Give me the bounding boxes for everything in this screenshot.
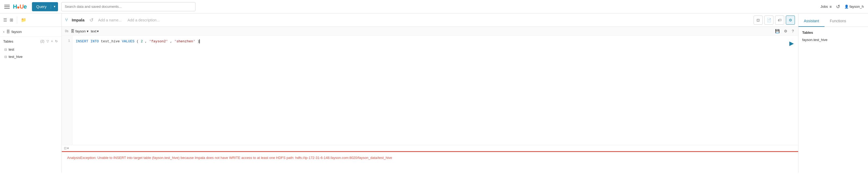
table-row-icon: ⊟ — [4, 55, 7, 59]
sidebar-back-button[interactable]: ‹ — [3, 30, 5, 34]
exec-time: 0s — [65, 29, 68, 33]
save-icon: ⊡ — [756, 18, 760, 22]
export-button[interactable]: 📄 — [764, 15, 773, 25]
logo-u: U — [20, 3, 24, 10]
type-label: text — [91, 29, 96, 33]
save-file-button[interactable]: 💾 — [774, 28, 781, 34]
history-button[interactable]: ↺ — [836, 4, 840, 10]
add-table-button[interactable]: + — [51, 39, 54, 44]
line-numbers: 1 — [62, 36, 72, 145]
error-message: AnalysisException: Unable to INSERT into… — [67, 155, 793, 160]
snippet-arrow: ▾ — [67, 146, 69, 150]
jobs-label: Jobs — [820, 5, 828, 8]
panel-table-item[interactable]: fayson.test_hive — [802, 37, 864, 43]
right-panel: Assistant Functions Tables fayson.test_h… — [798, 13, 868, 173]
cursor — [199, 39, 200, 43]
search-input[interactable] — [61, 2, 195, 11]
keyword-into: INTO — [91, 39, 99, 43]
value-str2: 'shenzhen' — [174, 39, 195, 43]
keyword-insert: INSERT — [76, 39, 88, 43]
editor-toolbar-buttons: ⊡ 📄 🏷 ⚙ — [753, 15, 795, 25]
error-area: AnalysisException: Unable to INSERT into… — [62, 151, 798, 173]
filter-tables-button[interactable]: ▽ — [46, 39, 50, 44]
value-num: 2 — [141, 39, 143, 43]
editor-area: ⑂ Impala ↺ Add a name... Add a descripti… — [62, 13, 798, 173]
add-name-field[interactable]: Add a name... — [98, 18, 122, 22]
sidebar-db-header: ‹ 🗄 fayson — [0, 27, 62, 37]
logo-dot — [17, 6, 19, 8]
table-reference: test_hive — [101, 39, 120, 43]
editor-bottom-bar: ⊡ ▾ — [62, 145, 798, 151]
editor-subnav: ⑂ Impala ↺ Add a name... Add a descripti… — [62, 13, 798, 27]
main-layout: ☰ ⊞ 📁 ‹ 🗄 fayson Tables (2) ▽ + ↻ ⊟ test — [0, 13, 868, 173]
db-name: fayson — [75, 29, 86, 33]
nav-divider — [17, 16, 17, 24]
table-item[interactable]: ⊟ test_hive — [2, 53, 59, 60]
line-number-1: 1 — [64, 39, 70, 43]
table-icon[interactable]: ⊞ — [10, 17, 13, 23]
type-selector[interactable]: text ▾ — [91, 29, 99, 33]
settings-button[interactable]: ⚙ — [786, 15, 795, 25]
tab-assistant[interactable]: Assistant — [799, 15, 825, 27]
undo-icon[interactable]: ↺ — [89, 17, 93, 23]
add-desc-field[interactable]: Add a description... — [128, 18, 160, 22]
snippet-icon: ⊡ — [64, 146, 67, 150]
tag-button[interactable]: 🏷 — [775, 15, 784, 25]
db-icon: 🗄 — [71, 29, 74, 33]
database-icon: 🗄 — [6, 30, 10, 34]
run-button-area: ▶ — [787, 36, 798, 145]
tab-functions-label: Functions — [830, 19, 846, 23]
logo: HUe — [13, 3, 27, 10]
logo-h: H — [13, 3, 17, 10]
nav-right: Jobs ≡ ↺ 👤 fayson_h — [820, 4, 864, 10]
logo-e: e — [24, 3, 27, 10]
tab-functions[interactable]: Functions — [825, 15, 851, 27]
settings-icon: ⚙ — [789, 18, 792, 22]
snippet-button[interactable]: ⊡ ▾ — [64, 146, 69, 150]
hamburger-button[interactable] — [4, 5, 10, 8]
query-button[interactable]: Query ▼ — [32, 2, 58, 11]
left-sidebar: ☰ ⊞ 📁 ‹ 🗄 fayson Tables (2) ▽ + ↻ ⊟ test — [0, 13, 62, 173]
db-dropdown-icon: ▾ — [87, 29, 89, 33]
save-button[interactable]: ⊡ — [753, 15, 763, 25]
db-selector[interactable]: 🗄 fayson ▾ — [71, 29, 89, 33]
value-str1: 'fayson2' — [149, 39, 168, 43]
code-editor[interactable]: INSERT INTO test_hive VALUES ( 2 , 'fays… — [72, 36, 787, 145]
tables-count: (2) — [40, 39, 44, 43]
tab-assistant-label: Assistant — [804, 19, 819, 23]
table-name: test_hive — [9, 55, 23, 59]
files-icon[interactable]: 📁 — [21, 17, 26, 23]
jobs-button[interactable]: Jobs ≡ — [820, 5, 832, 9]
sidebar-db-name: fayson — [11, 30, 22, 34]
sidebar-nav-icons: ☰ ⊞ 📁 — [3, 16, 26, 24]
sidebar-topbar: ☰ ⊞ 📁 — [0, 13, 62, 27]
editor-second-toolbar: 0s 🗄 fayson ▾ text ▾ 💾 ⚙ ? — [62, 27, 798, 36]
layers-icon[interactable]: ☰ — [3, 17, 7, 23]
user-icon: 👤 — [844, 5, 849, 8]
run-button[interactable]: ▶ — [787, 38, 796, 49]
tables-label: Tables — [3, 39, 39, 43]
query-dropdown-arrow[interactable]: ▼ — [51, 5, 58, 8]
settings-gear-button[interactable]: ⚙ — [783, 28, 788, 34]
tag-icon: 🏷 — [778, 18, 781, 22]
user-label: fayson_h — [849, 5, 864, 8]
type-dropdown-icon: ▾ — [97, 29, 99, 33]
top-nav: HUe Query ▼ Jobs ≡ ↺ 👤 fayson_h — [0, 0, 868, 13]
impala-fork-icon: ⑂ — [65, 17, 68, 23]
table-item[interactable]: ⊟ test — [2, 46, 59, 53]
sidebar-tables-header: Tables (2) ▽ + ↻ — [0, 37, 62, 46]
jobs-icon: ≡ — [829, 5, 832, 9]
table-list: ⊟ test ⊟ test_hive — [0, 46, 62, 60]
help-button[interactable]: ? — [790, 28, 795, 34]
right-panel-content: Tables fayson.test_hive — [799, 27, 868, 47]
right-panel-tabs: Assistant Functions — [799, 13, 868, 27]
query-button-label[interactable]: Query — [32, 5, 51, 9]
export-icon: 📄 — [767, 18, 771, 22]
user-button[interactable]: 👤 fayson_h — [844, 5, 864, 8]
tables-actions: ▽ + ↻ — [46, 39, 58, 44]
engine-label: Impala — [72, 18, 85, 22]
refresh-tables-button[interactable]: ↻ — [55, 39, 58, 44]
table-name: test — [9, 47, 14, 51]
editor-body: 1 INSERT INTO test_hive VALUES ( 2 , 'fa — [62, 36, 798, 173]
keyword-values: VALUES — [122, 39, 134, 43]
